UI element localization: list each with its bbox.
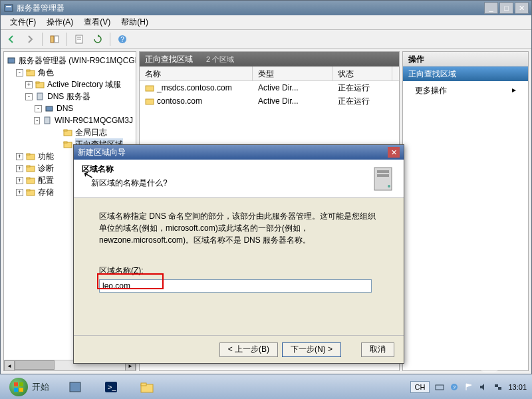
tree-toggle[interactable]: - (34, 117, 40, 124)
zone-icon (145, 83, 154, 92)
tree-item[interactable]: +Active Directory 域服 (7, 78, 133, 90)
folder-icon (26, 188, 35, 197)
tree-label: 配置 (38, 174, 54, 186)
list-body[interactable]: _msdcs.contoso.comActive Dir...正在运行conto… (140, 81, 399, 108)
keyboard-icon[interactable] (435, 382, 444, 392)
action-flag-icon[interactable] (464, 382, 473, 392)
tree-label: DNS (57, 102, 73, 114)
windows-orb-icon (9, 378, 28, 396)
tree-toggle[interactable]: + (16, 177, 23, 184)
tree-item[interactable]: -WIN-R9C1MQCGM3J (7, 114, 133, 126)
minimize-button[interactable]: _ (484, 2, 498, 14)
tree-item[interactable]: -角色 (7, 66, 133, 78)
svg-rect-47 (495, 384, 498, 387)
zone-row[interactable]: contoso.comActive Dir...正在运行 (140, 94, 399, 108)
start-button[interactable]: 开始 (3, 376, 56, 397)
svg-rect-30 (146, 99, 154, 104)
cancel-button[interactable]: 取消 (361, 342, 394, 357)
scroll-left-button[interactable]: ◄ (4, 360, 15, 371)
close-button[interactable]: ✕ (515, 2, 529, 14)
task-explorer[interactable] (130, 376, 164, 397)
list-header: 名称 类型 状态 (140, 66, 399, 81)
svg-rect-43 (141, 383, 146, 386)
back-button[interactable] (3, 31, 19, 47)
window-controls: _ □ ✕ (484, 2, 529, 14)
wizard-close-button[interactable]: ✕ (388, 147, 400, 158)
menu-file[interactable]: 文件(F) (5, 15, 41, 29)
svg-rect-48 (498, 387, 501, 390)
next-button[interactable]: 下一步(N) > (282, 342, 341, 357)
tree-toggle[interactable]: - (25, 93, 33, 100)
folder-icon (26, 152, 35, 161)
svg-rect-9 (8, 58, 15, 63)
zone-row[interactable]: _msdcs.contoso.comActive Dir...正在运行 (140, 81, 399, 94)
svg-rect-28 (27, 190, 30, 191)
forward-button[interactable] (22, 31, 38, 47)
watermark: 亿速云 (479, 360, 528, 372)
col-type[interactable]: 类型 (253, 66, 332, 80)
titlebar[interactable]: 服务器管理器 _ □ ✕ (1, 1, 531, 15)
zone-name-label: 区域名称(Z): (99, 265, 378, 277)
tree-label: 角色 (38, 66, 54, 78)
svg-rect-29 (146, 86, 154, 91)
tree-toggle[interactable]: + (16, 153, 23, 160)
menu-help[interactable]: 帮助(H) (116, 15, 154, 29)
help-tray-icon[interactable]: ? (450, 382, 459, 392)
wizard-titlebar[interactable]: 新建区域向导 ✕ (74, 145, 404, 160)
separator (66, 33, 67, 46)
app-icon (3, 3, 14, 13)
wizard-body: 区域名称指定 DNS 命名空间的部分，该部分由此服务器管理。这可能是您组织单位的… (74, 198, 404, 305)
scroll-thumb[interactable] (15, 360, 55, 370)
tree-toggle[interactable]: - (35, 105, 42, 112)
svg-rect-15 (46, 106, 53, 111)
folder-icon (35, 92, 45, 101)
svg-rect-33 (377, 174, 389, 177)
tree-toggle[interactable]: + (25, 81, 33, 88)
tree-item[interactable]: -DNS (7, 102, 133, 114)
folder-icon (26, 68, 35, 77)
svg-rect-26 (27, 178, 30, 179)
svg-rect-20 (64, 142, 67, 143)
tree-root[interactable]: 服务器管理器 (WIN-R9C1MQCGM (7, 55, 133, 66)
tree-toggle[interactable]: + (16, 165, 23, 172)
task-powershell[interactable]: >_ (94, 376, 128, 397)
separator (42, 33, 43, 46)
start-label: 开始 (32, 381, 49, 393)
wizard-description: 区域名称指定 DNS 命名空间的部分，该部分由此服务器管理。这可能是您组织单位的… (99, 210, 378, 246)
sound-icon[interactable] (479, 382, 488, 392)
tree-label: WIN-R9C1MQCGM3J (55, 114, 133, 126)
menu-action[interactable]: 操作(A) (41, 15, 78, 29)
taskbar: 开始 >_ CH ? 13:01 (0, 374, 532, 399)
refresh-button[interactable] (90, 31, 106, 47)
back-button[interactable]: < 上一步(B) (219, 342, 278, 357)
svg-rect-37 (14, 388, 18, 392)
menu-view[interactable]: 查看(V) (78, 15, 116, 29)
svg-rect-38 (19, 388, 23, 392)
actions-more[interactable]: 更多操作 ▸ (403, 81, 528, 100)
center-header: 正向查找区域 2 个区域 (140, 52, 399, 66)
tree-label: 诊断 (38, 162, 54, 174)
col-name[interactable]: 名称 (140, 66, 253, 80)
col-status[interactable]: 状态 (332, 66, 392, 80)
svg-rect-35 (14, 382, 18, 386)
task-server-manager[interactable] (59, 376, 92, 397)
zone-name-input[interactable] (99, 279, 372, 293)
clock[interactable]: 13:01 (508, 383, 527, 391)
tree-toggle[interactable]: + (16, 189, 23, 196)
tree-item[interactable]: -DNS 服务器 (7, 90, 133, 102)
network-icon[interactable] (493, 382, 503, 392)
svg-rect-32 (377, 170, 389, 173)
properties-button[interactable] (71, 31, 87, 47)
help-button[interactable]: ? (114, 31, 130, 47)
tree-toggle[interactable]: - (16, 69, 23, 76)
language-indicator[interactable]: CH (410, 381, 430, 393)
actions-more-label: 更多操作 (415, 85, 447, 96)
svg-rect-14 (37, 93, 43, 100)
actions-header: 操作 (403, 52, 528, 66)
svg-rect-0 (5, 5, 13, 11)
show-hide-button[interactable] (47, 31, 63, 47)
folder-icon (63, 140, 72, 149)
maximize-button[interactable]: □ (499, 2, 513, 14)
svg-rect-2 (51, 36, 54, 43)
tree-item[interactable]: 全局日志 (7, 126, 133, 138)
